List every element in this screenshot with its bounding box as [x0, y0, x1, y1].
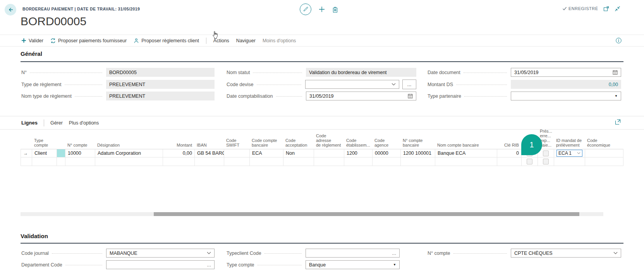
plus-options-button[interactable]: Plus d'options [69, 120, 99, 126]
popout-icon[interactable] [603, 6, 609, 12]
cell-no_compte_bancaire[interactable] [401, 157, 435, 166]
typeclient-code-assist[interactable]: ... [392, 250, 396, 256]
column-header-code_adresse[interactable]: Code adresse de règlement [314, 130, 344, 149]
type-partenaire-select[interactable]: ▼ [511, 92, 621, 100]
cell-hl[interactable] [57, 149, 65, 157]
cell-cle_rib[interactable]: 0 [497, 149, 522, 157]
cell-no_compte_bancaire[interactable]: 1200 100001 [401, 149, 435, 157]
cell-designation[interactable] [95, 157, 163, 166]
column-header-code_compte_bancaire[interactable]: Code compte bancaire [249, 130, 283, 149]
column-header-nom_compte_bancaire[interactable]: Nom compte bancaire [435, 130, 497, 149]
validation-section-heading[interactable]: Validation [21, 233, 48, 239]
code-devise-assist-button[interactable]: ... [402, 80, 416, 89]
cell-montant[interactable] [163, 157, 195, 166]
proposer-reglements-client-button[interactable]: Proposer règlements client [134, 38, 199, 43]
cell-code_agence[interactable]: 00000 [373, 149, 401, 157]
pres-checkbox[interactable] [543, 150, 549, 156]
gerer-menu[interactable]: Gérer [50, 120, 63, 126]
cell-id_mandat[interactable]: ECA 1 [554, 149, 585, 157]
cell-code_etablissement[interactable] [344, 157, 373, 166]
field-date-document: Date document 31/05/2019 [428, 68, 621, 77]
code-journal-combobox[interactable]: MABANQUE [106, 249, 215, 258]
pres-checkbox[interactable] [543, 159, 549, 164]
field-no-compte-validation: N° compte CPTE CHÈQUES [428, 249, 621, 258]
column-header-iban[interactable]: IBAN [194, 130, 224, 149]
calendar-icon[interactable] [613, 70, 618, 75]
calendar-icon[interactable] [408, 93, 413, 99]
edit-button[interactable] [300, 3, 311, 15]
breadcrumb[interactable]: BORDEREAU PAIEMENT | DATE DE TRAVAIL: 31… [22, 7, 140, 11]
cell-code_acceptation[interactable]: Non [283, 149, 314, 157]
cell-code_compte_bancaire[interactable] [250, 157, 283, 166]
column-header-type_compte[interactable]: Type compte [32, 130, 57, 149]
lines-tab[interactable]: Lignes [21, 120, 38, 126]
cell-type_compte[interactable]: Client [32, 149, 57, 157]
horizontal-scrollbar-track[interactable] [21, 212, 603, 216]
cell-chk1[interactable] [522, 157, 538, 166]
date-comptabilisation-input[interactable]: 31/05/2019 [306, 92, 416, 100]
info-icon[interactable] [616, 38, 622, 43]
cell-code_adresse[interactable] [314, 149, 344, 157]
column-header-marker[interactable] [21, 130, 32, 149]
column-header-id_mandat[interactable]: ID mandat de prélèvement [554, 130, 585, 149]
cell-code_economique[interactable] [585, 157, 623, 166]
id-mandat-select[interactable]: ECA 1 [556, 150, 582, 157]
column-header-no_compte[interactable]: N° compte [65, 130, 95, 149]
cell-code_etablissement[interactable]: 1200 [344, 149, 373, 157]
general-section-heading[interactable]: Général [21, 50, 42, 57]
typeclient-code-input[interactable]: ... [306, 249, 400, 258]
cell-code_agence[interactable] [373, 157, 401, 166]
column-header-code_agence[interactable]: Code agence [372, 130, 400, 149]
column-header-code_acceptation[interactable]: Code acceptation [283, 130, 314, 149]
column-header-no_compte_bancaire[interactable]: N° compte bancaire [400, 130, 435, 149]
collapse-icon[interactable] [615, 6, 620, 12]
no-compte-combobox[interactable]: CPTE CHÈQUES [511, 249, 621, 258]
cell-cle_rib[interactable] [497, 157, 522, 166]
cell-nom_compte_bancaire[interactable] [435, 157, 497, 166]
cell-code_adresse[interactable] [314, 157, 344, 166]
cell-iban[interactable]: GB 54 BARC... [195, 149, 224, 157]
date-document-input[interactable]: 31/05/2019 [511, 68, 621, 77]
column-header-hl[interactable] [57, 130, 65, 149]
naviguer-menu[interactable]: Naviguer [236, 38, 256, 43]
cell-code_compte_bancaire[interactable]: ECA [250, 149, 283, 157]
cell-code_economique[interactable] [585, 149, 623, 157]
column-header-designation[interactable]: Désignation [95, 130, 163, 149]
column-header-code_swift[interactable]: Code SWIFT [224, 130, 249, 149]
cell-nom_compte_bancaire[interactable]: Banque ECA [435, 149, 497, 157]
cell-iban[interactable] [195, 157, 224, 166]
cell-hl[interactable] [57, 157, 65, 166]
chk1-checkbox[interactable] [527, 159, 532, 164]
cell-marker[interactable] [21, 157, 32, 166]
moins-options-button[interactable]: Moins d'options [263, 38, 296, 43]
cell-marker[interactable]: → [21, 149, 32, 157]
departement-code-assist[interactable]: ... [207, 262, 211, 268]
column-header-cle_rib[interactable]: Clé RIB [497, 130, 521, 149]
departement-code-input[interactable]: ... [106, 260, 215, 269]
column-header-code_etablissement[interactable]: Code établissem... [344, 130, 372, 149]
proposer-paiements-fournisseur-button[interactable]: Proposer paiements fournisseur [50, 38, 127, 43]
column-header-code_economique[interactable]: Code économique [585, 130, 623, 149]
horizontal-scrollbar-thumb[interactable] [154, 212, 579, 216]
type-compte-select[interactable]: Banque ▼ [306, 260, 400, 269]
valider-button[interactable]: Valider [21, 38, 43, 43]
chevron-down-icon[interactable] [613, 252, 618, 254]
cell-code_swift[interactable] [224, 157, 250, 166]
cell-designation[interactable]: Adatum Corporation [95, 149, 163, 157]
cell-id_mandat[interactable] [554, 157, 585, 166]
cell-no_compte[interactable] [65, 157, 95, 166]
delete-button[interactable] [332, 6, 338, 13]
cell-code_acceptation[interactable] [283, 157, 314, 166]
expand-lines-icon[interactable] [615, 119, 621, 125]
chevron-down-icon[interactable] [392, 83, 396, 86]
new-button[interactable] [318, 6, 325, 13]
cell-no_compte[interactable]: 10000 [65, 149, 95, 157]
cell-montant[interactable]: 0,00 [163, 149, 195, 157]
cell-code_swift[interactable] [224, 149, 250, 157]
cell-pres[interactable] [538, 157, 554, 166]
back-button[interactable] [5, 4, 16, 16]
chevron-down-icon[interactable] [207, 252, 211, 254]
column-header-montant[interactable]: Montant [163, 130, 194, 149]
code-devise-combobox[interactable] [305, 80, 399, 89]
cell-type_compte[interactable] [32, 157, 57, 166]
